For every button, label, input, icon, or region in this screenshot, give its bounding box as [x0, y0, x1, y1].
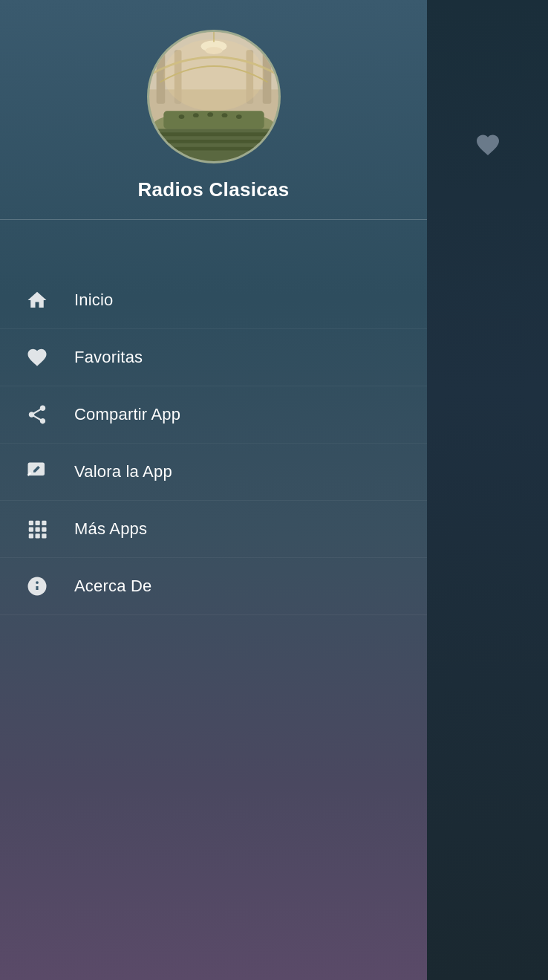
svg-rect-10: [163, 111, 264, 129]
menu-item-favoritas[interactable]: Favoritas: [0, 329, 427, 386]
svg-rect-26: [36, 528, 40, 532]
svg-rect-22: [29, 521, 33, 525]
heart-icon: [22, 343, 52, 372]
svg-point-11: [178, 114, 184, 119]
menu-item-acerca[interactable]: Acerca De: [0, 558, 427, 615]
svg-rect-24: [42, 521, 46, 525]
app-title: Radios Clasicas: [138, 178, 290, 201]
menu-label-compartir: Compartir App: [74, 405, 180, 424]
svg-rect-19: [156, 147, 271, 151]
share-icon: [22, 400, 52, 429]
menu-label-mas-apps: Más Apps: [74, 519, 147, 539]
right-panel: [427, 0, 548, 980]
edit-icon: [22, 457, 52, 487]
menu-list: Inicio Favoritas Compartir App: [0, 272, 427, 980]
menu-label-favoritas: Favoritas: [74, 348, 143, 367]
menu-item-valora[interactable]: Valora la App: [0, 444, 427, 501]
avatar: [147, 30, 281, 163]
svg-point-20: [163, 39, 264, 111]
svg-rect-28: [29, 533, 33, 538]
svg-rect-29: [36, 533, 40, 538]
menu-label-inicio: Inicio: [74, 291, 114, 310]
home-icon: [22, 285, 52, 315]
menu-label-valora: Valora la App: [74, 462, 172, 481]
menu-item-inicio[interactable]: Inicio: [0, 272, 427, 329]
navigation-drawer: Radios Clasicas Inicio Favoritas: [0, 0, 427, 980]
svg-rect-17: [156, 132, 271, 136]
svg-rect-25: [29, 528, 33, 532]
svg-point-15: [235, 114, 241, 119]
info-icon: [22, 571, 52, 601]
svg-rect-18: [156, 140, 271, 143]
svg-point-33: [36, 581, 39, 584]
menu-label-acerca: Acerca De: [74, 577, 152, 596]
svg-rect-23: [36, 521, 40, 525]
svg-point-14: [221, 113, 227, 117]
menu-item-mas-apps[interactable]: Más Apps: [0, 501, 427, 558]
menu-item-compartir[interactable]: Compartir App: [0, 386, 427, 444]
grid-icon: [22, 514, 52, 544]
svg-rect-30: [42, 533, 46, 538]
svg-point-12: [192, 113, 198, 117]
svg-point-13: [207, 112, 213, 117]
drawer-header: Radios Clasicas: [0, 0, 427, 220]
favorite-button[interactable]: [469, 126, 506, 163]
drawer-spacer: [0, 220, 427, 272]
svg-rect-27: [42, 528, 46, 532]
